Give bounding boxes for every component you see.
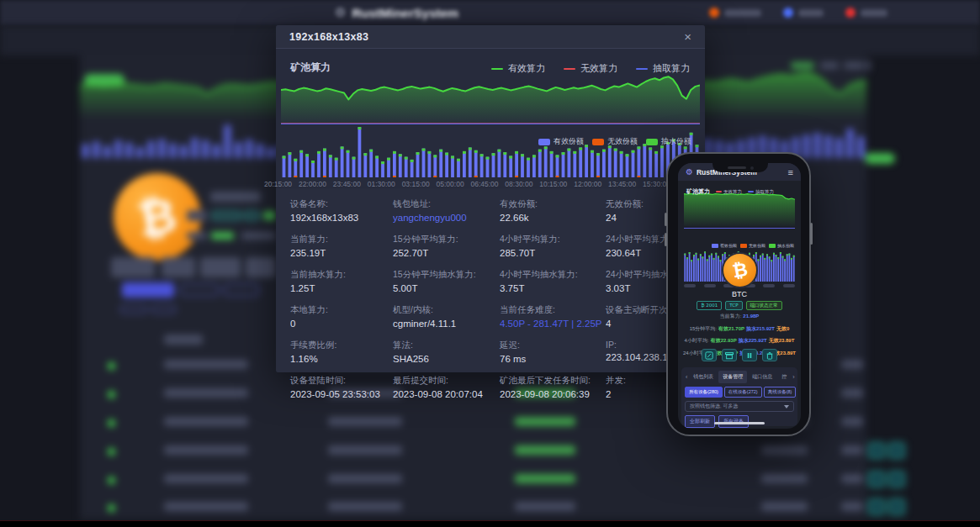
field-value: cgminer/4.11.1: [393, 319, 496, 329]
phone-stat-row: 4小时平均:有效22.93P抽水225.92T无效23.89T: [678, 337, 801, 345]
phone-tab[interactable]: 端口信息: [748, 371, 776, 383]
phone-action-buttons: [678, 349, 801, 361]
coin-badge-blur: [263, 211, 276, 220]
device-filter-button[interactable]: 在线设备(272): [724, 387, 762, 398]
phone-bottom-button[interactable]: 全部刷新: [685, 415, 715, 428]
phone-legend-extract[interactable]: 抽取算力: [748, 189, 774, 195]
row-action-button[interactable]: [868, 442, 885, 459]
legend-item: 抽水份额: [769, 243, 794, 248]
field-label: 算法:: [393, 340, 496, 351]
phone-chart-baseline: [684, 228, 795, 229]
phone-legend-invalid[interactable]: 无效算力: [716, 189, 742, 195]
field-label: 本地算力:: [290, 304, 389, 316]
phone-volume-button: [665, 213, 667, 226]
bg-filter[interactable]: [224, 284, 259, 296]
field-label: 矿池最后下发任务时间:: [500, 375, 602, 387]
bg-filter-active[interactable]: [122, 282, 174, 298]
hashrate-line-chart: [281, 72, 700, 124]
field: 设备名称:192x168x13x83: [290, 198, 389, 223]
phone-filters: 所有设备(280)在线设备(272)离线设备(8): [685, 387, 794, 398]
legend-item[interactable]: 无效份额: [592, 136, 638, 147]
field-value: 3.75T: [500, 283, 602, 293]
field-value: SHA256: [393, 354, 496, 364]
field-value: 2023-09-08 20:06:39: [500, 389, 602, 399]
trash-button[interactable]: [762, 349, 777, 361]
hamburger-menu-icon[interactable]: ≡: [788, 167, 793, 177]
field: 矿池最后下发任务时间:2023-09-08 20:06:39: [500, 375, 602, 399]
phone-notch: [712, 163, 768, 172]
row-action-button[interactable]: [888, 442, 905, 459]
legend-label: 抽水份额: [661, 136, 691, 147]
port-badge: ₿ 2001: [697, 301, 722, 310]
axis-tick-label: 22:00:00: [299, 180, 326, 188]
phone-coin-name: BTC: [678, 290, 801, 298]
bg-small-button[interactable]: [151, 305, 176, 314]
bg-tab[interactable]: [162, 257, 195, 277]
coin-stat-blur: [211, 232, 234, 240]
port-badge: 端口状态正常: [746, 301, 782, 310]
field-label: 当前抽水算力:: [290, 269, 389, 281]
table-cell-blur: [328, 502, 402, 511]
coin-stat-blur: [187, 232, 207, 240]
shares-legend: 有效份额无效份额抽水份额: [538, 136, 691, 147]
field-label: 设备名称:: [290, 198, 389, 210]
chart-zone: 矿池算力 有效算力无效算力抽取算力 有效份额无效份额抽水份额 20:15:002…: [276, 49, 705, 188]
stat-value: 抽水225.92T: [739, 338, 767, 343]
table-cell-blur: [328, 417, 402, 426]
field-value: 76 ms: [500, 354, 602, 364]
field-label: 当前任务难度:: [500, 304, 602, 316]
field-value: 252.70T: [393, 248, 496, 258]
row-action-button[interactable]: [888, 471, 905, 487]
row-action-button[interactable]: [868, 471, 885, 487]
axis-tick-label: 13:45:00: [608, 180, 636, 188]
edit-button[interactable]: [702, 349, 717, 361]
modal-header: 192x168x13x83 ×: [276, 25, 705, 49]
device-filter-button[interactable]: 所有设备(280): [685, 387, 723, 398]
shares-bar-chart: [281, 126, 700, 177]
row-action-button[interactable]: [888, 498, 905, 515]
field-value[interactable]: yangchengyu000: [393, 213, 496, 223]
legend-swatch: [592, 139, 604, 145]
phone-tab[interactable]: 控: [777, 371, 791, 383]
scroll-left-icon[interactable]: ‹: [685, 374, 688, 380]
field: 算法:SHA256: [393, 340, 496, 364]
field: 4小时平均抽水算力:3.75T: [500, 269, 602, 293]
field: 有效份额:22.66k: [500, 198, 602, 223]
coin-badge-blur: [244, 211, 259, 220]
close-icon[interactable]: ×: [684, 30, 691, 43]
phone-tab[interactable]: 设备管理: [718, 371, 747, 383]
modal-title: 192x168x13x83: [289, 31, 368, 43]
field: 4小时平均算力:285.70T: [500, 234, 602, 258]
axis-tick-label: 23:45:00: [333, 180, 361, 188]
field-label: 4小时平均算力:: [500, 234, 602, 245]
bg-tab[interactable]: [200, 257, 241, 277]
box-button[interactable]: [722, 349, 737, 361]
phone-mockup: ⚙ RustMinerSystem ≡ 矿池算力 无效算力 抽取算力 有效份额无…: [666, 152, 811, 436]
device-filter-button[interactable]: 离线设备(8): [764, 387, 797, 398]
table-cell-blur: [515, 474, 575, 483]
pause-button[interactable]: [742, 349, 757, 361]
wallet-filter-select[interactable]: 按照钱包筛选, 可多选: [685, 401, 794, 412]
field: 当前算力:235.19T: [290, 234, 389, 258]
bg-tab[interactable]: [111, 257, 155, 277]
table-cell-blur: [328, 474, 402, 483]
legend-item[interactable]: 抽水份额: [646, 136, 691, 147]
table-cell-blur: [841, 417, 863, 426]
legend-dash: [636, 68, 648, 70]
row-action-button[interactable]: [868, 498, 885, 515]
legend-swatch: [712, 244, 718, 248]
table-cell-blur: [164, 360, 248, 369]
bg-filter[interactable]: [180, 284, 219, 296]
phone-volume-button: [665, 233, 667, 246]
phone-tabs: ‹钱包列表设备管理端口信息控›: [685, 371, 794, 383]
phone-tab[interactable]: 钱包列表: [689, 371, 718, 383]
legend-item[interactable]: 有效份额: [538, 136, 584, 147]
field-value: 235.19T: [290, 248, 389, 258]
pause-icon: [744, 350, 755, 361]
bg-small-button[interactable]: [120, 305, 147, 314]
scroll-right-icon[interactable]: ›: [792, 374, 795, 380]
time-axis: 20:15:0022:00:0023:45:0001:30:0003:15:00…: [264, 180, 705, 188]
field-value: 2023-09-08 20:07:04: [393, 389, 496, 399]
bg-tab[interactable]: [246, 257, 276, 277]
home-indicator[interactable]: [714, 422, 765, 424]
